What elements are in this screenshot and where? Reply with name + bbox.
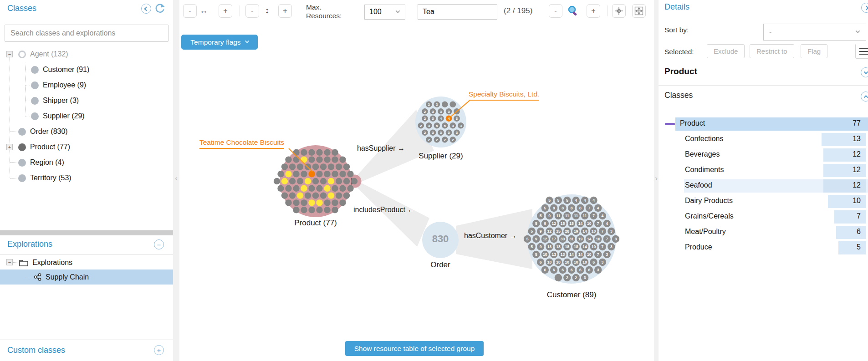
tree-expander-icon[interactable]: − — [6, 51, 13, 57]
tree-expander-icon[interactable]: − — [6, 259, 13, 265]
class-count-row-meat-poultry[interactable]: Meat/Poultry6 — [659, 226, 868, 239]
resource-dot[interactable] — [316, 185, 322, 192]
resource-dot[interactable] — [320, 163, 327, 170]
flagged-resource-label-product[interactable]: Teatime Chocolate Biscuits — [199, 138, 284, 149]
grow-vertical-button[interactable]: + — [278, 4, 292, 18]
flagged-resource-dot-yellow[interactable] — [328, 192, 334, 198]
search-input[interactable] — [5, 25, 168, 42]
flagged-resource-dot-yellow[interactable] — [297, 192, 303, 198]
collapse-right-icon[interactable]: › — [654, 174, 659, 183]
class-tree-item-supplier[interactable]: Supplier (29) — [0, 108, 173, 124]
resource-dot[interactable] — [343, 192, 350, 198]
redo-icon[interactable] — [155, 3, 166, 14]
exploration-item-supply-chain[interactable]: Supply Chain — [0, 269, 173, 285]
resource-dot[interactable] — [336, 163, 342, 170]
collapse-classes-icon[interactable] — [861, 92, 868, 102]
class-tree-item-agent[interactable]: −Agent (132) — [0, 46, 173, 62]
class-count-row-grains-cereals[interactable]: Grains/Cereals7 — [659, 210, 868, 224]
resource-dot[interactable] — [281, 163, 288, 170]
class-count-row-seafood[interactable]: Seafood12 — [659, 179, 868, 193]
class-tree-item-territory[interactable]: Territory (53) — [0, 170, 173, 186]
resource-dot[interactable] — [339, 199, 346, 206]
resource-dot[interactable] — [336, 178, 342, 184]
collapse-layout-button[interactable] — [612, 4, 626, 18]
supplier-group-dot[interactable] — [442, 102, 448, 108]
resource-dot[interactable] — [301, 149, 307, 156]
flagged-resource-dot-yellow[interactable] — [301, 185, 307, 192]
resource-dot[interactable] — [277, 185, 284, 192]
collapse-details-icon[interactable] — [861, 3, 868, 13]
customer-group-dot[interactable] — [555, 274, 562, 281]
explorations-root-row[interactable]: − Explorations — [0, 255, 173, 269]
resource-dot[interactable] — [324, 149, 330, 156]
resource-dot[interactable] — [289, 178, 296, 184]
class-tree-item-product[interactable]: +Product (77) — [0, 139, 173, 155]
resource-dot[interactable] — [301, 171, 307, 177]
resource-dot[interactable] — [312, 178, 319, 184]
resource-dot[interactable] — [316, 207, 322, 213]
flagged-resource-dot-yellow[interactable] — [316, 199, 322, 206]
zoom-out-button[interactable]: - — [549, 4, 562, 18]
resource-dot[interactable] — [308, 185, 315, 192]
resource-dot[interactable] — [351, 178, 357, 184]
supplier-node[interactable] — [415, 97, 466, 147]
resource-dot[interactable] — [293, 156, 299, 163]
resource-dot[interactable] — [308, 207, 315, 213]
resource-dot[interactable] — [324, 207, 330, 213]
max-resources-select[interactable]: 100 — [364, 5, 405, 20]
resource-dot[interactable] — [293, 171, 299, 177]
panel-divider[interactable] — [0, 230, 173, 235]
restrict-to-button[interactable]: Restrict to — [750, 44, 794, 58]
undo-icon[interactable] — [141, 4, 151, 14]
supplier-group-dot[interactable] — [450, 102, 456, 108]
resource-dot[interactable] — [285, 156, 291, 163]
class-count-row-confections[interactable]: Confections13 — [659, 133, 868, 146]
resource-dot[interactable] — [324, 199, 330, 206]
menu-button[interactable] — [855, 44, 868, 59]
resource-dot[interactable] — [343, 178, 350, 184]
class-count-row-produce[interactable]: Produce5 — [659, 241, 868, 254]
class-count-row-dairy-products[interactable]: Dairy Products10 — [659, 195, 868, 208]
resource-dot[interactable] — [339, 185, 346, 192]
resource-dot[interactable] — [277, 171, 284, 177]
class-tree-item-employee[interactable]: Employee (9) — [0, 77, 173, 93]
resource-dot[interactable] — [301, 207, 307, 213]
collapse-left-icon[interactable]: ‹ — [173, 174, 179, 183]
resource-dot[interactable] — [339, 171, 346, 177]
resource-dot[interactable] — [336, 192, 342, 198]
resource-dot[interactable] — [316, 156, 322, 163]
resource-dot[interactable] — [328, 163, 334, 170]
resource-dot[interactable] — [289, 163, 296, 170]
resource-dot[interactable] — [285, 199, 291, 206]
flagged-resource-dot-yellow[interactable] — [305, 178, 311, 184]
class-tree-item-shipper[interactable]: Shipper (3) — [0, 93, 173, 108]
resource-dot[interactable] — [347, 171, 353, 177]
flagged-resource-dot-yellow[interactable] — [301, 156, 307, 163]
graph-canvas[interactable]: 2223332344323553323333222255544458888745… — [179, 0, 654, 361]
class-count-row-beverages[interactable]: Beverages12 — [659, 148, 868, 162]
resource-dot[interactable] — [324, 171, 330, 177]
class-count-row-product[interactable]: Product77 — [659, 117, 868, 131]
resource-dot[interactable] — [289, 192, 296, 198]
resource-dot[interactable] — [281, 192, 288, 198]
resource-dot[interactable] — [293, 149, 299, 156]
resource-dot[interactable] — [293, 199, 299, 206]
resource-dot[interactable] — [332, 156, 338, 163]
flagged-resource-dot-yellow[interactable] — [285, 171, 291, 177]
resource-dot[interactable] — [301, 199, 307, 206]
flagged-resource-dot-yellow[interactable] — [281, 178, 288, 184]
flagged-resource-dot-orange[interactable] — [308, 171, 315, 177]
resource-dot[interactable] — [339, 156, 346, 163]
resource-dot[interactable] — [285, 185, 291, 192]
zoom-in-button[interactable]: + — [587, 4, 600, 18]
flagged-resource-label-supplier[interactable]: Specialty Biscuits, Ltd. — [469, 90, 539, 101]
grow-horizontal-button[interactable]: + — [219, 4, 232, 18]
resource-dot[interactable] — [293, 185, 299, 192]
resource-dot[interactable] — [312, 192, 319, 198]
resource-dot[interactable] — [297, 163, 303, 170]
resource-dot[interactable] — [316, 149, 322, 156]
resource-dot[interactable] — [332, 199, 338, 206]
collapse-minus-icon[interactable]: − — [154, 239, 164, 249]
resource-dot[interactable] — [293, 207, 299, 213]
tree-expander-icon[interactable]: + — [6, 144, 13, 150]
